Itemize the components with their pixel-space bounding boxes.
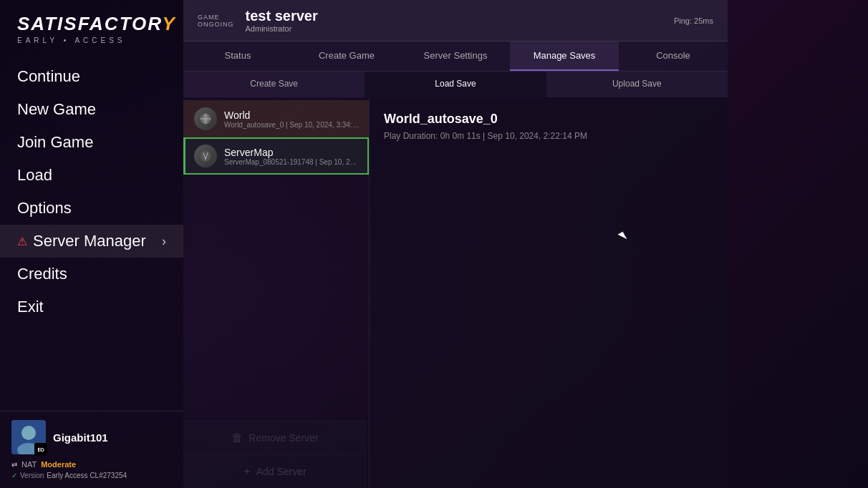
user-info: EG Gigabit101 [11,420,172,454]
server-name-area: test server Administrator [246,8,318,33]
sidebar-item-join-game[interactable]: Join Game [0,126,183,159]
status-label: Ongoing [198,21,234,28]
warning-icon: ⚠ [17,235,27,248]
tab-create-game[interactable]: Create Game [292,42,401,71]
subtab-load-save[interactable]: Load Save [365,72,546,97]
sidebar-bottom: EG Gigabit101 ⇄ NAT Moderate ✓ Version E… [0,411,183,488]
save-detail-meta: Play Duration: 0h 0m 11s | Sep 10, 2024,… [384,131,713,141]
tab-server-settings[interactable]: Server Settings [401,42,510,71]
save-name-servermap: ServerMap [224,147,360,158]
server-ping: Ping: 25ms [674,16,713,25]
tab-bar: Status Create Game Server Settings Manag… [183,42,728,72]
sidebar: SATISFACTORY EARLY • ACCESS Continue New… [0,0,183,488]
sidebar-item-label: Credits [17,265,67,283]
save-name-world: World [224,109,360,121]
version-row: ✓ Version Early Access CL#273254 [11,472,172,479]
game-logo: SATISFACTORY [17,13,166,35]
save-item-world[interactable]: World World_autosave_0 | Sep 10, 2024, 3… [183,100,369,137]
sidebar-item-label: New Game [17,100,96,119]
nav-menu: Continue New Game Join Game Load Options… [0,53,183,411]
username: Gigabit101 [53,431,108,444]
tab-status[interactable]: Status [183,42,292,71]
logo-accent: Y [163,13,176,34]
logo-subtitle: EARLY • ACCESS [17,36,166,44]
sidebar-item-label: Options [17,199,72,218]
subtab-bar: Create Save Load Save Upload Save [183,72,728,97]
server-name: test server [246,8,318,24]
sidebar-item-new-game[interactable]: New Game [0,93,183,126]
save-list: World World_autosave_0 | Sep 10, 2024, 3… [183,97,370,488]
sidebar-item-load[interactable]: Load [0,159,183,192]
tab-console[interactable]: Console [619,42,728,71]
nat-row: ⇄ NAT Moderate [11,460,172,469]
save-detail-panel: World_autosave_0 Play Duration: 0h 0m 11… [370,97,728,488]
sidebar-item-label: Server Manager [33,232,146,250]
save-meta-servermap: ServerMap_080521-191748 | Sep 10, 2024, … [224,158,360,166]
avatar-container: EG [11,420,46,454]
server-header: Game Ongoing test server Administrator P… [183,0,728,42]
server-panel: Game Ongoing test server Administrator P… [183,0,728,488]
subtab-create-save[interactable]: Create Save [183,72,365,97]
sidebar-item-server-manager[interactable]: ⚠ Server Manager › [0,225,183,258]
nat-status: Moderate [41,460,76,469]
sidebar-item-label: Exit [17,298,44,316]
save-content: World World_autosave_0 | Sep 10, 2024, 3… [183,97,728,488]
save-info-servermap: ServerMap ServerMap_080521-191748 | Sep … [224,147,360,166]
sidebar-item-continue[interactable]: Continue [0,60,183,93]
save-item-servermap[interactable]: ServerMap ServerMap_080521-191748 | Sep … [183,137,369,175]
svg-point-1 [21,426,36,440]
save-icon-world [194,107,217,130]
chevron-right-icon: › [162,234,166,249]
tab-manage-saves[interactable]: Manage Saves [510,42,619,71]
sidebar-item-label: Continue [17,67,80,86]
user-details: Gigabit101 [53,431,108,444]
server-admin: Administrator [246,24,318,33]
sidebar-item-exit[interactable]: Exit [0,291,183,323]
checkmark-icon: ✓ [11,472,17,479]
sidebar-item-label: Join Game [17,133,93,152]
epic-badge: EG [34,443,47,456]
sidebar-item-credits[interactable]: Credits [0,258,183,291]
save-info-world: World World_autosave_0 | Sep 10, 2024, 3… [224,109,360,129]
server-status-labels: Game Ongoing [198,14,234,28]
version-label: Version [20,472,44,479]
save-icon-servermap [194,145,217,167]
sidebar-item-options[interactable]: Options [0,192,183,225]
version-value: Early Access CL#273254 [47,472,127,479]
network-icon: ⇄ [11,461,17,469]
logo-area: SATISFACTORY EARLY • ACCESS [0,0,183,53]
save-detail-name: World_autosave_0 [384,112,713,127]
game-label: Game [198,14,234,21]
subtab-upload-save[interactable]: Upload Save [546,72,728,97]
save-meta-world: World_autosave_0 | Sep 10, 2024, 3:34:12… [224,121,360,129]
sidebar-item-label: Load [17,166,52,185]
nat-label: NAT [21,460,37,469]
